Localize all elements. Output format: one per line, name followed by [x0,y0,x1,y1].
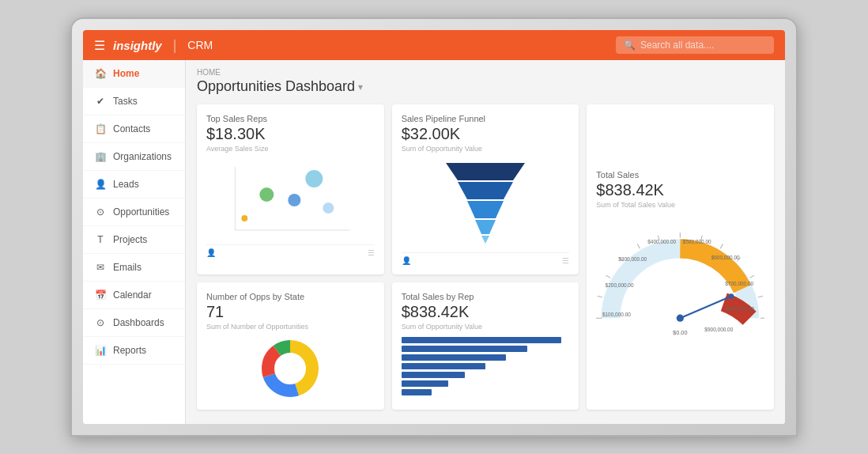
svg-marker-11 [481,236,489,244]
card-footer-pipeline: 👤 ☰ [402,252,570,265]
sidebar-item-opportunities[interactable]: ⊙ Opportunities [83,199,185,226]
sidebar-item-calendar[interactable]: 📅 Calendar [83,282,185,309]
svg-line-16 [638,244,640,248]
bar-row [402,372,570,378]
sidebar-item-label: Organizations [113,151,172,162]
bar-fill [402,346,528,352]
calendar-icon: 📅 [94,289,107,301]
scatter-chart [206,159,375,238]
hamburger-icon[interactable]: ☰ [94,38,105,53]
card-title-sales-rep: Total Sales by Rep [402,292,570,301]
card-value-pipeline: $32.00K [402,125,570,143]
sidebar-item-label: Opportunities [113,206,169,218]
top-nav: ☰ insightly | CRM 🔍 [83,30,785,60]
list-icon: ☰ [368,248,375,257]
sidebar-item-label: Leads [113,179,139,190]
svg-point-2 [305,170,323,187]
page-title: Opportunities Dashboard [197,78,355,95]
sidebar-item-contacts[interactable]: 📋 Contacts [83,115,185,143]
sidebar-item-home[interactable]: 🏠 Home [83,60,185,88]
svg-marker-10 [475,220,496,234]
person-icon: 👤 [206,248,216,257]
organizations-icon: 🏢 [94,150,107,163]
svg-text:$800,000.00: $800,000.00 [726,305,754,311]
page-title-chevron[interactable]: ▾ [358,81,363,93]
bar-fill [402,354,506,361]
svg-text:$200,000.00: $200,000.00 [606,282,634,288]
laptop-body: ☰ insightly | CRM 🔍 🏠 Home [70,17,798,437]
card-subtitle-top-sales: Average Sales Size [206,145,375,153]
card-title-opps-state: Number of Opps by State [206,292,375,301]
search-input[interactable] [640,40,766,51]
svg-text:$300,000.00: $300,000.00 [619,256,647,262]
sidebar-item-label: Contacts [113,123,150,134]
bar-fill [402,389,432,395]
card-value-top-sales: $18.30K [206,125,375,143]
svg-point-6 [241,215,247,221]
svg-marker-8 [458,182,513,199]
svg-text:$400,000.00: $400,000.00 [648,238,677,244]
card-value-opps-state: 71 [206,303,375,321]
card-subtitle-total-sales: Sum of Total Sales Value [596,201,764,209]
svg-line-14 [606,275,611,278]
brand-logo: insightly [113,39,162,52]
main-content: 🏠 Home ✔ Tasks 📋 Contacts 🏢 Organization… [83,60,785,424]
person-icon2: 👤 [402,256,411,265]
bar-row [402,354,570,361]
svg-point-3 [288,194,300,206]
sidebar-item-label: Home [113,68,139,79]
svg-marker-9 [467,201,504,218]
contacts-icon: 📋 [94,123,107,135]
sidebar: 🏠 Home ✔ Tasks 📋 Contacts 🏢 Organization… [83,60,186,424]
svg-text:$0.00: $0.00 [673,328,687,335]
sidebar-item-tasks[interactable]: ✔ Tasks [83,88,185,115]
content-area: HOME Opportunities Dashboard ▾ Top Sales… [186,60,785,424]
dashboard-grid: Top Sales Reps $18.30K Average Sales Siz… [197,104,774,410]
emails-icon: ✉ [94,261,107,274]
opportunities-icon: ⊙ [94,206,107,218]
svg-text:$600,000.00: $600,000.00 [711,255,740,260]
sidebar-item-projects[interactable]: T Projects [83,226,185,254]
laptop-wrapper: ☰ insightly | CRM 🔍 🏠 Home [55,0,813,454]
card-total-sales: Total Sales $838.42K Sum of Total Sales … [587,104,774,410]
card-sales-pipeline: Sales Pipeline Funnel $32.00K Sum of Opp… [392,104,579,274]
sidebar-item-label: Reports [113,345,146,356]
card-opps-by-state: Number of Opps by State 71 Sum of Number… [197,282,384,410]
search-bar[interactable]: 🔍 [616,36,774,54]
home-icon: 🏠 [94,67,107,80]
tasks-icon: ✔ [94,95,107,108]
bar-row [402,346,570,352]
search-icon: 🔍 [624,40,636,51]
bar-fill [402,363,485,369]
sidebar-item-emails[interactable]: ✉ Emails [83,254,185,282]
card-value-total-sales: $838.42K [596,181,764,199]
svg-point-5 [323,202,334,214]
sidebar-item-label: Tasks [113,96,138,107]
svg-text:$100,000.00: $100,000.00 [602,312,631,317]
sidebar-item-organizations[interactable]: 🏢 Organizations [83,143,185,171]
bar-fill [402,380,449,387]
bar-row [402,363,570,369]
card-top-sales-reps: Top Sales Reps $18.30K Average Sales Siz… [197,104,384,274]
svg-point-37 [729,293,734,298]
card-title-top-sales: Top Sales Reps [206,114,375,123]
donut-chart [206,337,375,400]
sidebar-item-label: Dashboards [113,317,164,328]
list-icon2: ☰ [562,256,569,265]
svg-text:$700,000.00: $700,000.00 [726,280,754,286]
sidebar-item-label: Emails [113,262,142,273]
sidebar-item-dashboards[interactable]: ⊙ Dashboards [83,309,185,337]
card-value-sales-rep: $838.42K [402,303,570,321]
sidebar-item-reports[interactable]: 📊 Reports [83,337,185,365]
screen: ☰ insightly | CRM 🔍 🏠 Home [83,30,785,424]
card-title-pipeline: Sales Pipeline Funnel [402,114,570,123]
svg-line-20 [721,244,723,248]
sidebar-item-leads[interactable]: 👤 Leads [83,171,185,199]
bar-fill [402,337,561,343]
bar-row [402,389,570,395]
card-subtitle-pipeline: Sum of Opportunity Value [402,145,570,153]
page-title-row: Opportunities Dashboard ▾ [197,78,774,95]
funnel-chart [402,159,570,246]
bar-row [402,380,570,387]
bar-fill [402,372,466,378]
